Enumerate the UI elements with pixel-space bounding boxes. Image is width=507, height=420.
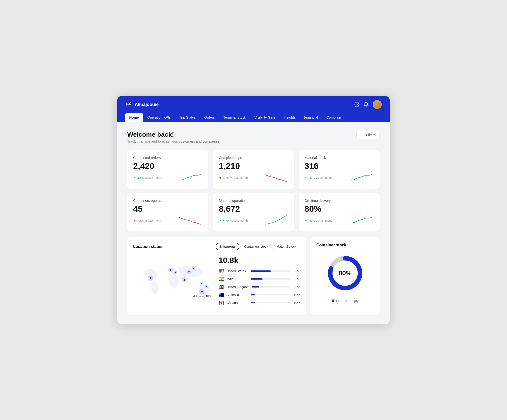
nav-item-insights[interactable]: Insights bbox=[280, 113, 300, 122]
nav-item-terminal-stock[interactable]: Terminal Stock bbox=[219, 113, 250, 122]
location-header: Location status ShipmentsContainers stoc… bbox=[133, 243, 300, 250]
location-tab-2[interactable]: Material stock bbox=[273, 243, 300, 250]
header: Almajdouie bbox=[117, 96, 390, 122]
nav-item-operation-kpis[interactable]: Operation KPIs bbox=[143, 113, 175, 122]
kpi-label: Material operation bbox=[219, 199, 288, 203]
kpi-value: 8,672 bbox=[219, 204, 288, 214]
welcome-subtitle: Track, manage and forecast your customer… bbox=[127, 139, 220, 143]
kpi-sparkline bbox=[178, 172, 203, 183]
filter-icon bbox=[361, 133, 365, 137]
fill-dot bbox=[332, 299, 334, 302]
kpi-change: 20% vs last month bbox=[304, 176, 333, 180]
kpi-change-label: vs last month bbox=[316, 176, 333, 180]
kpi-change: 10% vs last month bbox=[219, 176, 248, 180]
nav: HomeOperation KPIsTrip StatusOrdersTermi… bbox=[125, 113, 382, 122]
kpi-change-pct: 10% bbox=[137, 219, 144, 223]
kpi-bottom: 20% vs last month bbox=[304, 215, 374, 226]
kpi-change-label: vs last month bbox=[230, 219, 248, 222]
kpi-value: 316 bbox=[304, 161, 374, 171]
kpi-label: Material stock bbox=[304, 156, 374, 160]
header-actions bbox=[354, 100, 382, 109]
country-flag: 🇺🇸 bbox=[219, 268, 225, 274]
app-name: Almajdouie bbox=[135, 102, 159, 107]
location-tab-1[interactable]: Containers stock bbox=[240, 243, 272, 250]
nav-item-visibility-gate[interactable]: Visibility Gate bbox=[251, 113, 279, 122]
kpi-change-pct: 20% bbox=[308, 176, 315, 180]
country-bar bbox=[251, 278, 263, 280]
country-row-3: 🇦🇺 Australia 10% bbox=[219, 292, 300, 298]
kpi-change: 10% vs last month bbox=[133, 219, 162, 223]
kpi-bottom: 20% vs last month bbox=[304, 172, 374, 183]
kpi-bottom: 40% vs last month bbox=[133, 172, 203, 183]
kpi-change-label: vs last month bbox=[145, 176, 162, 180]
logo-icon bbox=[125, 101, 132, 108]
welcome-title: Welcome back! bbox=[127, 131, 220, 138]
kpi-value: 80% bbox=[304, 204, 374, 214]
kpi-label: On- time delivery bbox=[304, 199, 374, 203]
country-pct: 30% bbox=[293, 277, 300, 281]
kpi-sparkline bbox=[263, 215, 288, 226]
country-bar-wrap bbox=[251, 294, 291, 295]
filters-label: Filters bbox=[366, 133, 376, 137]
country-flag: 🇦🇺 bbox=[219, 292, 225, 298]
kpi-card-2: Material stock 316 20% vs last month bbox=[299, 150, 380, 189]
country-bar bbox=[251, 294, 255, 295]
country-pct: 10% bbox=[293, 293, 300, 297]
empty-label: Empty bbox=[350, 299, 359, 303]
welcome-row: Welcome back! Track, manage and forecast… bbox=[127, 131, 380, 143]
kpi-change-label: vs last month bbox=[316, 219, 333, 222]
container-stock-title: Container stock bbox=[316, 243, 346, 247]
kpi-label: Completed orders bbox=[133, 156, 203, 160]
kpi-card-4: Material operation 8,672 40% vs last mon… bbox=[213, 193, 294, 232]
country-flag: 🇨🇦 bbox=[219, 300, 225, 306]
kpi-change-pct: 10% bbox=[223, 176, 229, 180]
avatar[interactable] bbox=[373, 100, 382, 109]
kpi-label: Containers operation bbox=[133, 199, 203, 203]
kpi-sparkline bbox=[263, 172, 288, 183]
kpi-change: 40% vs last month bbox=[219, 219, 248, 223]
main-window: Almajdouie bbox=[117, 96, 390, 324]
country-bar bbox=[251, 270, 271, 272]
settings-button[interactable] bbox=[354, 102, 359, 107]
filters-button[interactable]: Filters bbox=[356, 131, 380, 139]
world-map: Melbourne, AUS bbox=[133, 255, 215, 309]
fill-label: Fill bbox=[336, 299, 340, 303]
container-stock-card: Container stock 80% Fill bbox=[310, 237, 380, 315]
country-row-4: 🇨🇦 Canada 10% bbox=[219, 300, 300, 306]
nav-item-orders[interactable]: Orders bbox=[200, 113, 219, 122]
country-name: India bbox=[227, 277, 249, 281]
location-body: Melbourne, AUS bbox=[133, 255, 300, 309]
legend-empty: Empty bbox=[345, 299, 358, 303]
country-row-2: 🇬🇧 United Kingdom 20% bbox=[219, 284, 300, 290]
nav-item-trip-status[interactable]: Trip Status bbox=[175, 113, 200, 122]
country-name: Australia bbox=[227, 293, 249, 297]
country-name: United Kingdom bbox=[227, 285, 250, 289]
country-bar-wrap bbox=[251, 302, 291, 303]
kpi-card-5: On- time delivery 80% 20% vs last month bbox=[299, 193, 380, 232]
country-list: 🇺🇸 United States 50% 🇮🇳 India 30% 🇬🇧 Uni… bbox=[219, 268, 300, 306]
kpi-card-1: Completed tips 1,210 10% vs last month bbox=[213, 150, 294, 189]
map-svg bbox=[133, 255, 215, 309]
country-bar-wrap bbox=[251, 278, 291, 280]
kpi-change-label: vs last month bbox=[230, 176, 248, 180]
kpi-value: 2,420 bbox=[133, 161, 203, 171]
nav-item-home[interactable]: Home bbox=[125, 113, 143, 122]
kpi-label: Completed tips bbox=[219, 156, 288, 160]
kpi-change-pct: 40% bbox=[137, 176, 144, 180]
nav-item-financial[interactable]: Financial bbox=[300, 113, 322, 122]
country-row-1: 🇮🇳 India 30% bbox=[219, 276, 300, 282]
logo-area: Almajdouie bbox=[125, 101, 159, 108]
country-name: United States bbox=[227, 269, 249, 273]
kpi-change-label: vs last month bbox=[145, 219, 162, 222]
nav-item-complain[interactable]: Complain bbox=[322, 113, 345, 122]
location-tab-0[interactable]: Shipments bbox=[216, 243, 239, 250]
country-bar bbox=[252, 286, 259, 288]
country-flag: 🇬🇧 bbox=[219, 284, 225, 290]
notifications-button[interactable] bbox=[363, 102, 369, 107]
bottom-grid: Location status ShipmentsContainers stoc… bbox=[127, 237, 380, 315]
kpi-change-pct: 20% bbox=[308, 219, 315, 223]
country-bar bbox=[251, 302, 255, 303]
kpi-change: 20% vs last month bbox=[304, 219, 333, 223]
country-name: Canada bbox=[227, 301, 249, 305]
kpi-bottom: 10% vs last month bbox=[219, 172, 288, 183]
